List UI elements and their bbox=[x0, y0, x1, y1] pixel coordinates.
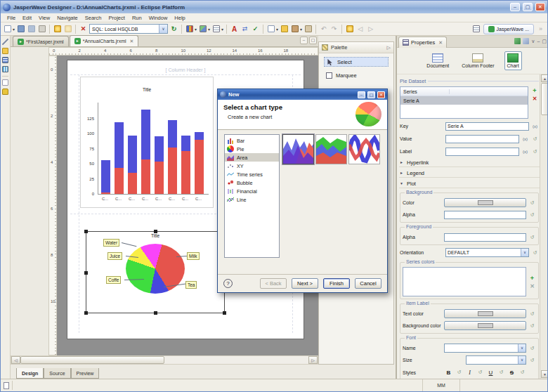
minimize-button[interactable]: – bbox=[510, 3, 520, 11]
remove-series-icon[interactable]: ✕ bbox=[533, 96, 537, 102]
insert-table-button[interactable] bbox=[211, 25, 221, 34]
label-reset-icon[interactable]: ↺ bbox=[531, 149, 539, 155]
key-expression-icon[interactable]: (x) bbox=[531, 124, 539, 129]
selection-handle[interactable] bbox=[154, 311, 157, 315]
open-folder-button[interactable] bbox=[280, 25, 289, 34]
new-wizard-dropdown-icon[interactable]: ▾ bbox=[276, 27, 278, 32]
pin-view-icon[interactable] bbox=[514, 38, 521, 44]
menu-window[interactable]: Window bbox=[145, 15, 171, 21]
run-query-button[interactable]: ↻ bbox=[169, 25, 178, 34]
swap-orientation-button[interactable]: ⇄ bbox=[240, 25, 249, 34]
maximize-view-icon[interactable]: ▢ bbox=[542, 39, 547, 44]
orientation-select[interactable]: DEFAULT ∨ bbox=[445, 248, 529, 257]
new-wizard-button[interactable] bbox=[266, 25, 275, 34]
insert-chart-button[interactable] bbox=[185, 25, 194, 34]
save-button[interactable] bbox=[16, 25, 25, 34]
text-color-button[interactable] bbox=[444, 309, 526, 318]
undo-button[interactable]: ↶ bbox=[319, 25, 328, 34]
chart-type-bubble[interactable]: Bubble bbox=[225, 178, 279, 187]
text-color-reset-icon[interactable]: ↺ bbox=[528, 311, 536, 317]
chart-type-financial[interactable]: Financial bbox=[225, 187, 279, 195]
underline-button[interactable]: U bbox=[487, 370, 495, 376]
menu-project[interactable]: Project bbox=[105, 15, 129, 21]
dialog-title-bar[interactable]: New – ▢ ✕ bbox=[218, 89, 387, 100]
tab-source[interactable]: Source bbox=[44, 368, 70, 379]
scroll-down-icon[interactable]: ▼ bbox=[541, 370, 548, 378]
forward-nav-button[interactable]: ▷ bbox=[366, 25, 375, 34]
perspective-jasperwave-button[interactable]: JasperWave ... bbox=[483, 24, 534, 34]
scroll-left-icon[interactable]: ◁ bbox=[11, 356, 20, 364]
wizard-secondary-button[interactable] bbox=[63, 25, 72, 34]
view-menu-icon[interactable]: ∨ bbox=[531, 39, 535, 44]
save-all-button[interactable] bbox=[27, 25, 36, 34]
cancel-button[interactable]: Cancel bbox=[355, 278, 381, 289]
background-color-reset-icon[interactable]: ↺ bbox=[528, 323, 536, 329]
dialog-minimize-button[interactable]: – bbox=[358, 91, 365, 98]
italic-reset-icon[interactable]: ↺ bbox=[476, 370, 484, 375]
font-color-button[interactable]: A bbox=[230, 25, 239, 34]
properties-close-icon[interactable]: ✕ bbox=[438, 40, 443, 46]
outline-view-icon[interactable] bbox=[2, 57, 8, 63]
menu-navigate[interactable]: Navigate bbox=[53, 15, 81, 21]
selection-handle[interactable] bbox=[84, 271, 88, 275]
menu-search[interactable]: Search bbox=[81, 15, 105, 21]
tab-close-icon[interactable]: ✕ bbox=[130, 39, 134, 44]
label-expression-icon[interactable]: (x) bbox=[521, 150, 529, 154]
add-series-icon[interactable]: + bbox=[533, 88, 536, 93]
finish-button[interactable]: Finish bbox=[323, 278, 350, 289]
plot-section-toggle[interactable]: ▼ Plot bbox=[399, 179, 540, 188]
next-button[interactable]: Next > bbox=[292, 278, 318, 289]
scroll-right-icon[interactable]: ▷ bbox=[308, 356, 318, 364]
fg-alpha-input[interactable] bbox=[444, 233, 526, 242]
scope-column-footer-button[interactable]: Column Footer bbox=[459, 51, 497, 70]
pencil-icon[interactable] bbox=[2, 39, 8, 45]
link-editor-icon[interactable] bbox=[523, 38, 529, 44]
dialog-maximize-button[interactable]: ▢ bbox=[367, 91, 375, 98]
scope-chart-button[interactable]: Chart bbox=[504, 51, 522, 70]
selection-handle[interactable] bbox=[223, 311, 226, 315]
chart-type-bar[interactable]: Bar bbox=[225, 136, 279, 145]
bg-alpha-reset-icon[interactable]: ↺ bbox=[528, 212, 536, 218]
scroll-up-icon[interactable]: ▲ bbox=[541, 74, 548, 82]
document-view-icon[interactable] bbox=[2, 79, 8, 86]
dialog-close-button[interactable]: ✕ bbox=[377, 91, 385, 98]
italic-button[interactable]: I bbox=[466, 370, 474, 376]
add-color-icon[interactable]: + bbox=[530, 275, 534, 281]
chart-type-list[interactable]: Bar Pie Area XY Time series bbox=[224, 134, 280, 258]
close-button[interactable]: ✕ bbox=[535, 3, 545, 11]
area-preview-2[interactable] bbox=[315, 134, 347, 164]
back-nav-button[interactable]: ◁ bbox=[355, 25, 365, 34]
insert-image-button[interactable] bbox=[198, 25, 207, 34]
menu-edit[interactable]: Edit bbox=[19, 15, 35, 21]
fg-alpha-reset-icon[interactable]: ↺ bbox=[528, 235, 536, 240]
validate-report-button[interactable]: ✓ bbox=[251, 25, 260, 34]
font-name-reset-icon[interactable]: ↺ bbox=[528, 346, 536, 351]
bg-alpha-input[interactable] bbox=[444, 211, 526, 219]
wizard-button[interactable] bbox=[53, 25, 62, 34]
value-input[interactable] bbox=[445, 135, 519, 143]
minimize-view-icon[interactable]: – bbox=[537, 39, 540, 44]
redo-button[interactable]: ↷ bbox=[330, 25, 339, 34]
annotation-button[interactable] bbox=[345, 25, 354, 34]
key-input[interactable]: Serie A bbox=[445, 122, 529, 131]
font-size-select[interactable]: ∨ bbox=[466, 355, 526, 365]
bg-color-reset-icon[interactable]: ↺ bbox=[528, 200, 536, 206]
strikethrough-button[interactable]: S bbox=[508, 370, 516, 376]
insert-chart-dropdown-icon[interactable]: ▾ bbox=[195, 27, 197, 32]
chart-type-line[interactable]: Line bbox=[225, 195, 279, 204]
legend-section-toggle[interactable]: ► Legend bbox=[399, 169, 540, 178]
perspective-overflow-chevron[interactable]: » bbox=[536, 25, 545, 34]
new-report-button[interactable] bbox=[3, 25, 12, 34]
menu-view[interactable]: View bbox=[35, 15, 53, 21]
insert-table-dropdown-icon[interactable]: ▾ bbox=[221, 27, 223, 32]
tab-design[interactable]: Design bbox=[16, 368, 44, 379]
back-button[interactable]: < Back bbox=[260, 278, 287, 289]
chart-type-time-series[interactable]: Time series bbox=[225, 170, 279, 178]
bg-color-button[interactable] bbox=[444, 198, 526, 207]
properties-scrollbar[interactable]: ▲ ▼ bbox=[540, 74, 548, 379]
chart-type-pie[interactable]: Pie bbox=[225, 145, 279, 153]
bold-button[interactable]: B bbox=[445, 370, 452, 376]
menu-help[interactable]: Help bbox=[171, 15, 188, 21]
series-row-serie-a[interactable]: Serie A bbox=[400, 96, 528, 105]
background-color-button[interactable] bbox=[444, 321, 526, 330]
